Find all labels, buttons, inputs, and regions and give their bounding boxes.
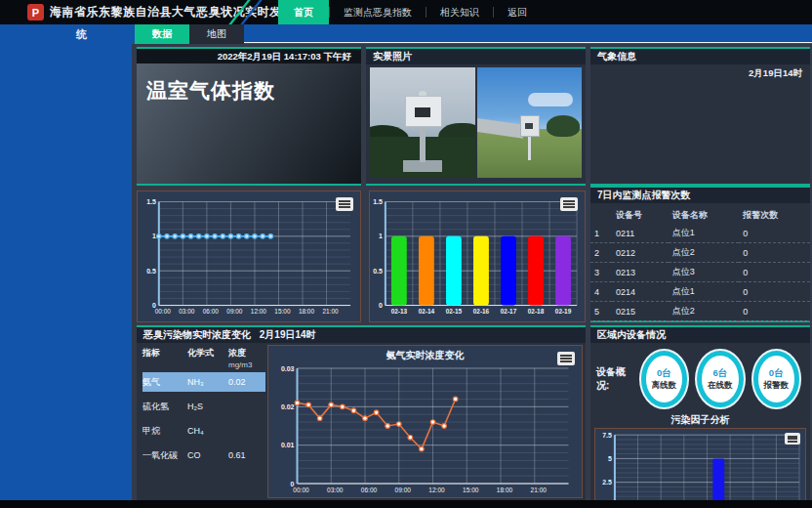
chart-menu-icon[interactable] [557,352,575,365]
svg-text:1.5: 1.5 [373,198,383,205]
svg-text:02-19: 02-19 [555,308,572,315]
alarm-panel-title: 7日内监测点报警次数 [590,188,810,203]
odor-row[interactable]: 氨气NH₃0.02 [142,372,265,392]
svg-text:18:00: 18:00 [299,308,315,315]
panel-greenhouse-index: 2022年2月19日 14:17:03 下午好 温室气体指数 [137,47,361,186]
bottom-bar [0,500,812,508]
svg-text:0.5: 0.5 [373,268,383,275]
odor-row[interactable]: 甲烷CH₄ [142,421,265,441]
svg-text:02-13: 02-13 [391,308,408,315]
svg-text:00:00: 00:00 [293,487,309,493]
factor-chart-box: 02.557.5氨气硫化氢甲烷一氧化碳 [594,428,806,508]
alarm-label: 报警数 [764,380,790,392]
nav-item-odor-index[interactable]: 监测点恶臭指数 [330,0,426,24]
tab-map[interactable]: 地图 [189,24,244,44]
panel-region-devices: 区域内设备情况 设备概况: 0台 离线数 6台 在线数 0台 报警数 污染因子分… [590,325,810,500]
main-content: 2022年2月19日 14:17:03 下午好 温室气体指数 实景照片 [132,44,812,508]
svg-text:02-16: 02-16 [473,308,490,315]
svg-text:03:00: 03:00 [179,308,195,315]
chart-greenhouse-line: 00.511.500:0003:0006:0009:0012:0015:0018… [137,190,361,322]
app-logo-icon: P [27,4,44,21]
svg-text:02-18: 02-18 [528,308,545,315]
svg-text:02-15: 02-15 [446,308,463,315]
nh3-chart-title: 氨气实时浓度变化 [268,346,582,362]
sub-header: 统 数据 地图 [0,24,812,44]
greenhouse-line-chart: 00.511.500:0003:0006:0009:0012:0015:0018… [138,191,360,321]
subheader-underline [244,42,812,43]
weather-panel-title: 气象信息 [590,49,810,64]
svg-text:00:00: 00:00 [155,308,172,315]
devices-panel-title: 区域内设备情况 [590,327,810,343]
panel-alarm-table: 7日内监测点报警次数 设备号设备名称报警次数 10211点位1020212点位2… [590,186,810,322]
dashboard-root: P 海南省乐东黎族自治县大气恶臭状况实时发布系 首页 监测点恶臭指数 相关知识 … [0,0,812,508]
daily-bar-chart: 00.511.502-1302-1402-1502-1602-1702-1802… [370,191,585,321]
nav-item-home[interactable]: 首页 [278,0,329,24]
odor-col-concentration: 浓度mg/m3 [228,347,265,369]
factor-bar-chart: 02.557.5氨气硫化氢甲烷一氧化碳 [595,429,805,508]
site-photo-2 [477,67,583,178]
nh3-line-chart: 00.010.020.0300:0003:0006:0009:0012:0015… [268,362,582,497]
svg-text:0.02: 0.02 [281,403,295,410]
odor-table: 指标 化学式 浓度mg/m3 氨气NH₃0.02硫化氢H₂S甲烷CH₄一氧化碳C… [137,343,267,500]
odor-table-rows: 氨气NH₃0.02硫化氢H₂S甲烷CH₄一氧化碳CO0.61 [142,372,265,465]
odor-row[interactable]: 一氧化碳CO0.61 [142,445,265,465]
svg-text:12:00: 12:00 [428,487,445,493]
alarm-table-body: 10211点位1020212点位2030213点位3040214点位105021… [590,224,810,341]
chart-menu-icon[interactable] [560,197,578,211]
photos-panel-title: 实景照片 [366,49,586,64]
panel-weather-info: 气象信息 2月19日14时 [590,47,810,186]
online-count: 6台 [712,367,727,380]
stat-circle-online: 6台 在线数 [697,351,743,407]
svg-text:21:00: 21:00 [531,487,548,493]
table-row: 20212点位20 [590,243,810,263]
datetime-text: 2022年2月19日 14:17:03 下午好 [137,49,361,64]
left-sidebar [0,44,132,508]
tab-data[interactable]: 数据 [135,24,189,44]
svg-text:21:00: 21:00 [322,308,339,315]
nav-item-back[interactable]: 返回 [494,0,541,24]
nav-item-knowledge[interactable]: 相关知识 [426,0,493,24]
alarm-table: 设备号设备名称报警次数 10211点位1020212点位2030213点位304… [590,207,810,341]
greenhouse-headline: 温室气体指数 [137,64,361,105]
stat-circle-offline: 0台 离线数 [641,351,687,407]
odor-col-formula: 化学式 [187,347,228,369]
svg-text:1: 1 [379,233,383,239]
table-row: 30213点位30 [590,263,810,282]
alarm-count: 0台 [769,367,784,380]
device-overview-row: 设备概况: 0台 离线数 6台 在线数 0台 报警数 [590,343,810,409]
table-row: 50215点位20 [590,302,810,321]
chart-menu-icon[interactable] [785,433,800,444]
panel-odor-concentration: 恶臭污染物实时浓度变化 2月19日14时 指标 化学式 浓度mg/m3 氨气NH… [137,325,586,500]
device-overview-label: 设备概况: [596,365,636,393]
factor-chart-title: 污染因子分析 [590,409,810,428]
odor-title-time: 2月19日14时 [260,329,316,340]
chart-menu-icon[interactable] [336,197,353,211]
nh3-chart-box: 氨气实时浓度变化 00.010.020.0300:0003:0006:0009:… [267,345,583,498]
odor-row[interactable]: 硫化氢H₂S [142,397,265,416]
svg-text:09:00: 09:00 [395,487,412,493]
svg-text:0.5: 0.5 [146,268,156,275]
svg-text:2.5: 2.5 [602,479,612,486]
main-nav: 首页 监测点恶臭指数 相关知识 返回 [278,0,541,24]
odor-col-indicator: 指标 [142,347,187,369]
chart-daily-bars: 00.511.502-1302-1402-1502-1602-1702-1802… [369,190,586,322]
svg-text:1.5: 1.5 [146,198,156,205]
stat-circle-alarm: 0台 报警数 [753,351,799,407]
svg-text:02-17: 02-17 [501,308,517,315]
svg-text:06:00: 06:00 [203,308,220,315]
svg-text:15:00: 15:00 [274,308,291,315]
odor-table-header: 指标 化学式 浓度mg/m3 [142,347,265,369]
svg-text:0.01: 0.01 [281,442,295,448]
svg-text:03:00: 03:00 [327,487,344,493]
view-tabs: 数据 地图 [135,24,244,44]
table-row: 40214点位10 [590,282,810,302]
odor-title-text: 恶臭污染物实时浓度变化 [143,329,251,340]
svg-text:5: 5 [608,455,612,462]
svg-text:06:00: 06:00 [361,487,378,493]
site-photo-1 [370,67,475,178]
online-label: 在线数 [708,380,733,392]
top-header: P 海南省乐东黎族自治县大气恶臭状况实时发布系 首页 监测点恶臭指数 相关知识 … [0,0,812,24]
photos-container [366,64,586,178]
app-title-wrap: 统 [76,24,87,44]
svg-text:1: 1 [152,233,156,239]
